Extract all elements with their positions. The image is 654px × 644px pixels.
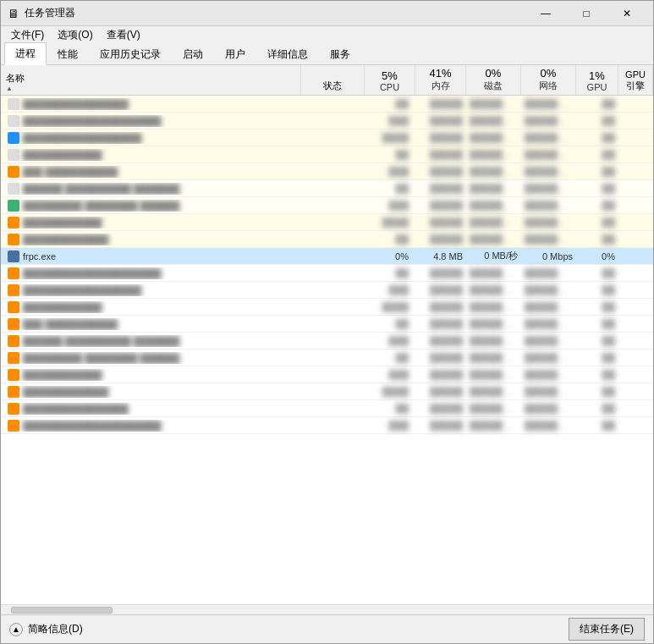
table-row[interactable]: ███ ████████████████████████████████████… [1, 163, 653, 180]
process-disk-cell: ████████ [466, 387, 521, 397]
horizontal-scrollbar[interactable] [1, 604, 653, 614]
h-scroll-thumb[interactable] [11, 607, 113, 614]
table-row[interactable]: ██████████████████████████████████████ [1, 231, 653, 248]
process-cpu-cell: ██ [365, 184, 415, 194]
table-row[interactable]: ████████████████████████████████████████… [1, 265, 653, 282]
process-gpu-cell: ██ [576, 167, 618, 177]
window-icon: 🖥 [8, 7, 19, 20]
table-row[interactable]: ██████████████████████████████████████ [1, 366, 653, 383]
table-row[interactable]: █████████ ████████ █████████████████████… [1, 350, 653, 366]
process-icon [8, 352, 19, 364]
col-gpu[interactable]: 1% GPU [576, 65, 618, 95]
process-mem-cell: █████ [415, 302, 466, 312]
process-cpu-cell: ███ [365, 285, 415, 295]
process-cpu-cell: ███ [365, 370, 415, 380]
process-name-cell: ██████ ██████████ ███████ [1, 183, 301, 195]
process-name: ███ ███████████ [23, 167, 118, 177]
process-net-cell: ████████ [521, 116, 576, 126]
tab-users[interactable]: 用户 [214, 43, 256, 65]
minimize-button[interactable]: — [526, 1, 565, 26]
process-cpu-cell: ██ [365, 234, 415, 245]
menu-view[interactable]: 查看(V) [100, 26, 147, 44]
end-task-button[interactable]: 结束任务(E) [569, 618, 645, 641]
process-mem-cell: █████ [415, 421, 466, 431]
tab-startup[interactable]: 启动 [172, 43, 214, 65]
process-gpu-cell: ██ [576, 285, 618, 295]
process-name: frpc.exe [23, 251, 56, 261]
col-cpu[interactable]: 5% CPU [365, 65, 415, 95]
table-row[interactable]: ████████████████████████████████████████… [1, 282, 653, 299]
table-row[interactable]: █████████ ████████ █████████████████████… [1, 197, 653, 214]
expand-button[interactable]: ▲ [9, 623, 23, 636]
process-mem-cell: █████ [415, 150, 466, 160]
process-name: █████████████████████ [23, 116, 162, 126]
process-gpu-cell: 0% [576, 251, 618, 261]
process-name: ██████████████████ [23, 133, 141, 143]
table-row[interactable]: ████████████████████████████████████████ [1, 383, 653, 400]
table-row[interactable]: █████████████████████████████████████ [1, 146, 653, 163]
process-name: █████████ ████████ ██████ [23, 353, 179, 363]
table-header: 名称 ▲ 状态 5% CPU 41% 内存 0% 磁盘 0% 网络 [1, 65, 653, 96]
col-status[interactable]: 状态 [301, 65, 365, 95]
col-network[interactable]: 0% 网络 [521, 65, 576, 95]
col-name[interactable]: 名称 ▲ [1, 65, 301, 95]
process-name: ████████████ [23, 217, 102, 228]
process-gpu-cell: ██ [576, 133, 618, 143]
maximize-button[interactable]: □ [567, 1, 606, 26]
process-icon [8, 234, 19, 245]
process-net-cell: ████████ [521, 421, 576, 431]
process-disk-cell: ████████ [466, 353, 521, 363]
menu-options[interactable]: 选项(O) [51, 26, 99, 44]
process-icon [8, 318, 19, 330]
process-disk-cell: ████████ [466, 319, 521, 329]
process-cpu-cell: ██ [365, 404, 415, 414]
process-icon [8, 98, 19, 110]
tab-process[interactable]: 进程 [4, 42, 47, 65]
table-row[interactable]: ██████ ██████████ ██████████████████████… [1, 333, 653, 350]
table-row[interactable]: ███ ████████████████████████████████████ [1, 316, 653, 333]
table-row[interactable]: ███████████████████████████████████████ [1, 299, 653, 316]
process-name-cell: █████████████ [1, 234, 301, 245]
process-name: ████████████ [23, 302, 102, 312]
process-gpu-cell: ██ [576, 421, 618, 431]
process-name-cell: ██████████████████ [1, 132, 301, 144]
process-disk-cell: ████████ [466, 201, 521, 211]
process-name: █████████████████████ [23, 268, 162, 278]
process-name-cell: █████████████████████ [1, 267, 301, 279]
process-icon [8, 115, 19, 127]
table-row[interactable]: ██████ ██████████ ██████████████████████… [1, 180, 653, 197]
table-row[interactable]: ████████████████████████████████████████… [1, 113, 653, 129]
tab-details[interactable]: 详细信息 [256, 43, 319, 65]
close-button[interactable]: ✕ [607, 1, 646, 26]
status-label[interactable]: 简略信息(D) [28, 622, 83, 636]
process-cpu-cell: ████ [365, 217, 415, 228]
process-name-cell: ████████████ [1, 149, 301, 161]
table-row[interactable]: frpc.exe0%4.8 MB0 MB/秒0 Mbps0% [1, 248, 653, 265]
table-row[interactable]: ████████████████████████████████████████… [1, 96, 653, 113]
process-gpu-cell: ██ [576, 234, 618, 245]
tab-app-history[interactable]: 应用历史记录 [89, 43, 172, 65]
col-gpu-engine[interactable]: GPU 引擎 [618, 65, 653, 95]
table-row[interactable]: ████████████████████████████████████████… [1, 129, 653, 146]
process-gpu-cell: ██ [576, 217, 618, 228]
tab-performance[interactable]: 性能 [47, 43, 89, 65]
process-cpu-cell: ███ [365, 167, 415, 177]
menu-file[interactable]: 文件(F) [4, 26, 51, 44]
table-row[interactable]: ███████████████████████████████████████ [1, 214, 653, 231]
col-memory[interactable]: 41% 内存 [415, 65, 466, 95]
table-row[interactable]: ████████████████████████████████████████… [1, 417, 653, 434]
process-icon [8, 386, 19, 398]
table-body[interactable]: ████████████████████████████████████████… [1, 96, 653, 604]
process-icon [8, 301, 19, 313]
process-mem-cell: █████ [415, 234, 466, 245]
process-mem-cell: █████ [415, 201, 466, 211]
process-name: █████████████████████ [23, 421, 162, 431]
process-mem-cell: █████ [415, 370, 466, 380]
tab-services[interactable]: 服务 [319, 43, 361, 65]
process-net-cell: ████████ [521, 167, 576, 177]
process-cpu-cell: ██ [365, 99, 415, 109]
table-row[interactable]: ████████████████████████████████████████… [1, 400, 653, 417]
process-gpu-cell: ██ [576, 404, 618, 414]
process-disk-cell: ████████ [466, 133, 521, 143]
col-disk[interactable]: 0% 磁盘 [466, 65, 521, 95]
